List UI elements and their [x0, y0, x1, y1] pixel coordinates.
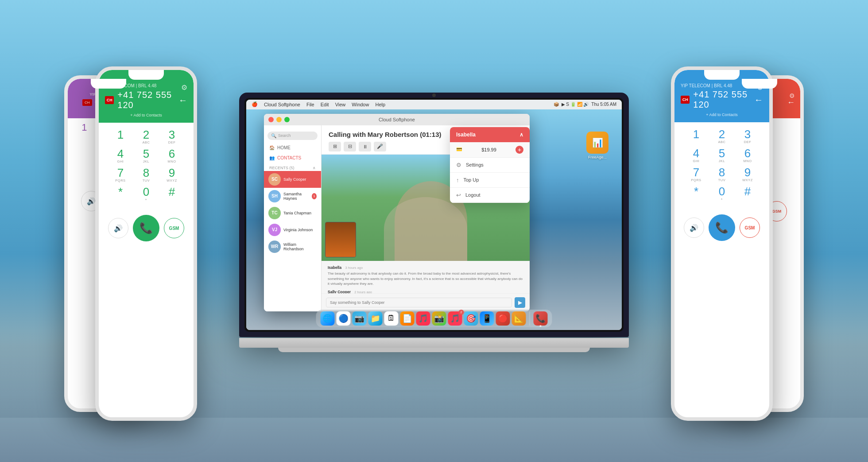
- phone2-key-9[interactable]: 9WXYZ: [163, 167, 181, 182]
- dock-files[interactable]: 📄: [400, 311, 415, 326]
- dock-sketch[interactable]: 📐: [512, 311, 526, 326]
- chat-input[interactable]: [326, 298, 512, 307]
- freeagent-desktop-icon[interactable]: 📊 FreeAge...: [586, 132, 608, 159]
- dock-game[interactable]: 🎯: [464, 311, 478, 326]
- phone2-key-4[interactable]: 4GHI: [112, 148, 129, 163]
- app-sidebar: 🔍 Search 🏠 HOME 👥 CON: [264, 125, 322, 311]
- phone2-voicemail[interactable]: 🔊: [108, 218, 128, 238]
- contact-name-samantha: Samantha Haynes: [283, 192, 309, 201]
- phone2-key-2[interactable]: 2ABC: [137, 129, 155, 144]
- phone3-key-4[interactable]: 4GHI: [687, 148, 705, 163]
- phone3-key-9[interactable]: 9WXYZ: [739, 167, 756, 182]
- contact-name-william: William Richardson: [283, 242, 317, 251]
- mac-menubar: 🍎 Cloud Softphone File Edit View Window …: [246, 100, 622, 109]
- file-menu[interactable]: File: [306, 102, 314, 107]
- dropdown-topup[interactable]: ↑ Top Up: [450, 173, 530, 188]
- minimize-button[interactable]: [276, 117, 282, 122]
- window-title: Cloud Softphone: [379, 117, 415, 122]
- chat-text-0: The beauty of astronomy is that anybody …: [328, 271, 523, 286]
- phone3-key-hash[interactable]: #: [739, 186, 756, 201]
- phone3-add-contact[interactable]: + Add to Contacts: [681, 113, 763, 117]
- phone3-key-star[interactable]: *: [687, 186, 705, 201]
- phone2-number: +41 752 555 120: [117, 90, 175, 110]
- phone2-gsm[interactable]: GSM: [164, 218, 184, 238]
- dock-music[interactable]: 🎵: [416, 311, 430, 326]
- phone3-key-6[interactable]: 6MNO: [739, 148, 756, 163]
- phone3-key-1[interactable]: 1: [687, 128, 705, 144]
- dock-appstore[interactable]: 📱: [480, 311, 494, 326]
- dropdown-settings[interactable]: ⚙ Settings: [450, 158, 530, 173]
- phone3-gsm[interactable]: GSM: [740, 217, 760, 238]
- dock-red-app[interactable]: 🔴: [496, 311, 510, 326]
- dropdown-logout[interactable]: ↩ Logout: [450, 188, 530, 203]
- app-window: Cloud Softphone 🔍 Search: [264, 114, 530, 311]
- phone2-key-8[interactable]: 8TUV: [137, 167, 155, 182]
- phone2-key-3[interactable]: 3DEF: [163, 129, 181, 144]
- search-placeholder: Search: [278, 133, 291, 138]
- contact-tania-chapman[interactable]: TC Tania Chapman: [264, 205, 321, 221]
- sidebar-item-contacts[interactable]: 👥 CONTACTS: [264, 153, 321, 163]
- phone2-key-0[interactable]: 0+: [137, 186, 155, 202]
- phone2-key-1[interactable]: 1: [112, 129, 129, 144]
- contact-virginia-johnson[interactable]: VJ Virginia Johnson: [264, 221, 321, 238]
- sidebar-search[interactable]: 🔍 Search: [267, 132, 318, 140]
- add-balance-button[interactable]: +: [515, 146, 523, 154]
- laptop-screen: 🍎 Cloud Softphone File Edit View Window …: [246, 100, 622, 330]
- laptop: 🍎 Cloud Softphone File Edit View Window …: [239, 93, 629, 352]
- calling-contact: Mary Robertson (01:13): [368, 131, 442, 138]
- dock-photoslibrary[interactable]: 📸: [432, 311, 446, 326]
- mute-button[interactable]: 🎤: [374, 142, 386, 151]
- contact-samantha-haynes[interactable]: SH Samantha Haynes 1: [264, 188, 321, 205]
- pause-button[interactable]: ⏸: [359, 142, 371, 151]
- phone3-voicemail[interactable]: 🔊: [684, 217, 704, 238]
- contact-name-virginia: Virginia Johnson: [283, 228, 313, 232]
- phone3-arrow[interactable]: ←: [754, 95, 763, 105]
- phone3-key-8[interactable]: 8TUV: [713, 167, 731, 182]
- dock-finder[interactable]: 📁: [368, 311, 383, 326]
- phone2-key-star[interactable]: *: [112, 186, 129, 202]
- phone2-number-row: CH +41 752 555 120 ←: [105, 90, 187, 110]
- dock-itunes[interactable]: 🎵 2: [448, 311, 462, 326]
- contact-sally-cooper[interactable]: SC Sally Cooper: [264, 171, 321, 188]
- maximize-button[interactable]: [284, 117, 290, 122]
- phone2-call-button[interactable]: 📞: [133, 215, 159, 241]
- key-1[interactable]: 1: [75, 123, 93, 132]
- phone3-key-3[interactable]: 3DEF: [739, 128, 756, 144]
- contacts-icon: 👥: [269, 155, 275, 160]
- phone2-key-6[interactable]: 6MNO: [163, 148, 181, 163]
- phone2-key-5[interactable]: 5JKL: [137, 148, 155, 163]
- dock-calendar[interactable]: 🗓: [384, 311, 399, 326]
- dock-safari[interactable]: 🌐: [321, 311, 335, 326]
- phone3-key-5[interactable]: 5JKL: [713, 148, 731, 163]
- phone3-key-0[interactable]: 0+: [713, 186, 731, 201]
- phone2-arrow[interactable]: ←: [178, 95, 187, 105]
- phone4-arrow[interactable]: ←: [787, 98, 795, 107]
- help-menu[interactable]: Help: [375, 102, 385, 107]
- send-button[interactable]: ▶: [515, 297, 525, 308]
- dock-chrome[interactable]: 🔵: [337, 311, 351, 326]
- phone3-key-7[interactable]: 7PQRS: [687, 167, 705, 182]
- phone2-key-hash[interactable]: #: [163, 186, 181, 202]
- laptop-base: [239, 338, 629, 348]
- window-menu[interactable]: Window: [352, 102, 369, 107]
- dock-cloud-softphone[interactable]: 📞 Cloud Softphone: [534, 311, 548, 326]
- sidebar-item-home[interactable]: 🏠 HOME: [264, 143, 321, 153]
- keypad-button[interactable]: ⊞: [329, 142, 341, 151]
- expand-icon[interactable]: ∧: [313, 166, 316, 170]
- phone3-call-button[interactable]: 📞: [709, 214, 735, 241]
- mac-dock: 🌐 🔵 📷 📁 🗓 📄 🎵 📸 🎵 2 🎯 📱: [316, 310, 552, 327]
- dropbox-icon: 📦: [554, 102, 559, 107]
- chat-message-1: Sally Cooper 2 hours ago Five-nine bag e…: [328, 290, 523, 293]
- phone2-add-contact[interactable]: + Add to Contacts: [105, 113, 187, 117]
- view-menu[interactable]: View: [335, 102, 346, 107]
- phone2-dialpad: 1 2ABC 3DEF 4GHI 5JKL 6MNO 7PQRS 8TUV 9W…: [99, 123, 194, 211]
- close-button[interactable]: [268, 117, 274, 122]
- edit-menu[interactable]: Edit: [321, 102, 329, 107]
- contact-william-richardson[interactable]: WR William Richardson: [264, 238, 321, 255]
- laptop-bezel: 🍎 Cloud Softphone File Edit View Window …: [244, 98, 624, 332]
- dropdown-user: Isabella: [456, 132, 476, 138]
- phone3-key-2[interactable]: 2ABC: [713, 128, 731, 144]
- phone2-key-7[interactable]: 7PQRS: [112, 167, 129, 182]
- grid-button[interactable]: ⊟: [344, 142, 356, 151]
- dock-photos-viewer[interactable]: 📷: [353, 311, 367, 326]
